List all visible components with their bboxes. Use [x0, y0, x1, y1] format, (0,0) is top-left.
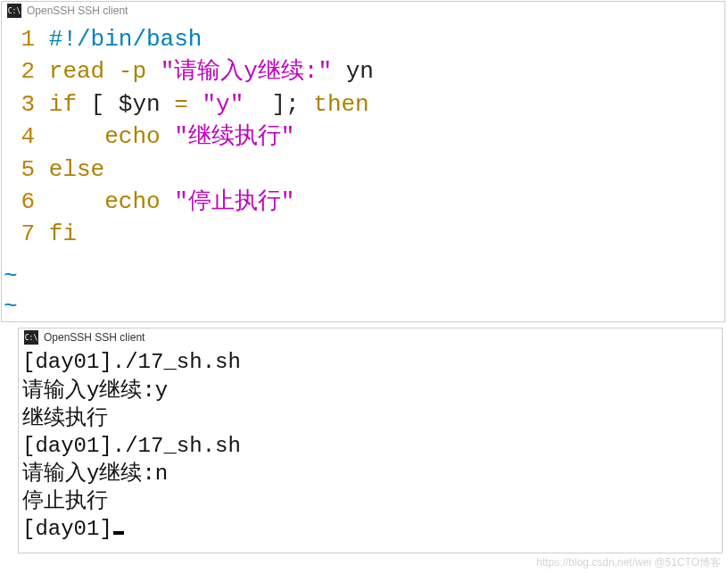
terminal-line: 请输入y继续:y — [22, 377, 718, 404]
code-token: then — [313, 91, 368, 118]
line-number: 7 — [7, 218, 35, 250]
code-token — [161, 188, 175, 215]
editor-window: C:\ OpenSSH SSH client 1#!/bin/bash2read… — [1, 1, 725, 322]
line-number: 6 — [7, 186, 35, 218]
code-line: 5else — [7, 154, 719, 186]
code-token: "停止执行" — [174, 188, 294, 215]
code-token: echo — [104, 123, 160, 150]
code-editor[interactable]: 1#!/bin/bash2read -p "请输入y继续:" yn3if [ $… — [2, 20, 724, 262]
editor-title: OpenSSH SSH client — [27, 4, 128, 17]
terminal-line: [day01] — [22, 515, 718, 543]
code-token: "请输入y继续:" — [161, 58, 332, 85]
code-token: #!/bin/bash — [49, 26, 203, 53]
code-token: yn — [332, 58, 374, 85]
terminal-window: C:\ OpenSSH SSH client [day01]./17_sh.sh… — [18, 328, 723, 553]
code-token — [49, 188, 104, 215]
terminal-line: 继续执行 — [22, 404, 718, 432]
terminal-line: 请输入y继续:n — [22, 460, 718, 487]
line-number: 4 — [7, 121, 35, 153]
code-token: ]; — [244, 91, 313, 118]
code-line: 1#!/bin/bash — [7, 23, 719, 55]
code-token — [188, 91, 203, 118]
code-line: 3if [ $yn = "y" ]; then — [7, 88, 719, 121]
code-token: "y" — [202, 91, 244, 118]
vim-tilde: ~ — [2, 292, 724, 322]
code-token: = — [174, 91, 188, 118]
editor-title-bar: C:\ OpenSSH SSH client — [2, 2, 724, 20]
code-line: 4 echo "继续执行" — [7, 121, 719, 153]
terminal-icon: C:\ — [7, 4, 21, 18]
terminal-output[interactable]: [day01]./17_sh.sh请输入y继续:y继续执行[day01]./17… — [19, 346, 722, 552]
cursor — [113, 531, 124, 535]
terminal-line: [day01]./17_sh.sh — [22, 432, 718, 460]
line-number: 3 — [7, 88, 35, 121]
line-number: 1 — [7, 23, 35, 55]
terminal-line: 停止执行 — [22, 487, 718, 515]
code-line: 7fi — [7, 218, 719, 250]
terminal-title-bar: C:\ OpenSSH SSH client — [19, 329, 722, 346]
code-token: echo — [104, 188, 160, 215]
watermark-text: https://blog.csdn.net/wei @51CTO博客 — [536, 555, 721, 570]
vim-tilde: ~ — [2, 262, 724, 292]
terminal-title: OpenSSH SSH client — [44, 331, 145, 344]
code-token: [ $yn — [77, 91, 174, 118]
code-token: else — [49, 156, 104, 183]
code-token: "继续执行" — [174, 123, 294, 150]
line-number: 5 — [7, 154, 35, 186]
terminal-line: [day01]./17_sh.sh — [22, 348, 718, 376]
line-number: 2 — [7, 55, 35, 87]
code-token — [161, 123, 175, 150]
code-token: fi — [49, 220, 77, 247]
code-token — [49, 123, 104, 150]
code-line: 6 echo "停止执行" — [7, 186, 719, 218]
code-token: read -p — [49, 58, 161, 85]
code-token: if — [49, 91, 77, 118]
code-line: 2read -p "请输入y继续:" yn — [7, 55, 719, 87]
terminal-icon: C:\ — [24, 330, 38, 345]
